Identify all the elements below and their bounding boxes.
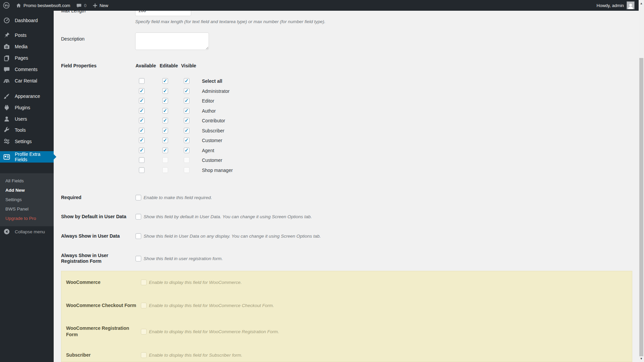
submenu-item-bws-panel[interactable]: BWS Panel [0,204,54,214]
checkbox-customer-editable[interactable] [162,137,168,143]
tools-icon [3,127,10,133]
checkbox-subscriber-available[interactable] [139,128,145,133]
comments-menu[interactable]: 0 [73,0,89,11]
sidebar-item-car-rental[interactable]: Car Rental [0,75,54,86]
role-label-author: Author [202,108,216,114]
checkbox-agent-available[interactable] [139,147,145,153]
sidebar-item-posts[interactable]: Posts [0,29,54,41]
checkbox-contributor-visible[interactable] [184,118,190,123]
avatar [627,1,635,9]
woocommerce-row-woocommerce-checkout-form: WooCommerce Checkout FormEnable to displ… [61,297,565,314]
sidebar-item-tools[interactable]: Tools [0,124,54,136]
checkbox-author-available[interactable] [139,108,145,114]
checkbox-customer-available[interactable] [139,157,145,163]
sidebar-item-plugins[interactable]: Plugins [0,102,54,113]
checkbox-editor-available[interactable] [139,98,145,104]
checkbox-administrator-editable[interactable] [162,88,168,94]
role-label-shop-manager: Shop manager [202,168,233,173]
posts-icon [3,32,10,39]
checkbox-shop-manager-available[interactable] [139,167,145,173]
checkbox-required[interactable] [136,195,141,200]
sidebar-item-dashboard[interactable]: Dashboard [0,15,54,26]
checkbox-always-show-in-user-data[interactable] [136,233,141,239]
sidebar-item-media[interactable]: Media [0,41,54,52]
checkbox-woocommerce-registration-form [141,329,147,335]
woocommerce-row-woocommerce-registration-form: WooCommerce Registration FormEnable to d… [61,323,565,340]
collapse-menu-button[interactable]: Collapse menu [0,226,54,237]
role-label-customer: Customer [202,138,222,143]
role-label-customer: Customer [202,158,222,163]
role-label-select-all: Select all [202,78,222,84]
checkbox-woocommerce-checkout-form [141,303,147,308]
checkbox-select-all-visible[interactable] [184,78,190,84]
checkbox-agent-editable[interactable] [162,147,168,153]
checkbox-always-show-in-user-registration-form[interactable] [136,256,141,261]
checkbox-customer-visible [184,157,190,163]
admin-bar: Promo bestwebsoft.com 0 New Howdy, admin [0,0,639,11]
checkbox-customer-visible[interactable] [184,137,190,143]
toggle-row-show-by-default-in-user-data: Show by Default in User DataShow this fi… [61,208,564,225]
woocommerce-section: WooCommerceEnable to display this field … [61,271,632,362]
column-header-editable: Editable [160,63,178,68]
sidebar-item-settings[interactable]: Settings [0,136,54,147]
checkbox-agent-visible[interactable] [184,147,190,153]
profile-extra-fields-icon [3,154,10,160]
checkbox-administrator-visible[interactable] [184,88,190,94]
role-label-editor: Editor [202,98,214,104]
checkbox-subscriber-visible[interactable] [184,128,190,133]
wordpress-logo-icon[interactable] [0,0,13,11]
toggle-row-always-show-in-user-registration-form: Always Show in User Registration FormSho… [61,250,564,267]
sidebar-item-pages[interactable]: Pages [0,52,54,64]
checkbox-contributor-available[interactable] [139,118,145,123]
new-menu[interactable]: New [90,0,111,11]
checkbox-subscriber [141,352,147,358]
description-textarea[interactable] [135,33,209,50]
scrollbar-thumb[interactable] [639,58,643,356]
submenu-item-all-fields[interactable]: All Fields [0,176,54,185]
scroll-up-arrow[interactable]: ▲ [639,1,644,6]
active-menu-arrow [54,154,56,160]
checkbox-select-all-available[interactable] [139,78,145,84]
column-header-visible: Visible [181,63,196,68]
comment-bubble-icon [76,3,82,8]
users-icon [3,116,10,122]
main-content: Max Length Specify field max length (for… [54,0,639,362]
checkbox-author-visible[interactable] [184,108,190,114]
checkbox-customer-editable [162,157,168,163]
checkbox-customer-available[interactable] [139,137,145,143]
sidebar-item-users[interactable]: Users [0,113,54,125]
checkbox-author-editable[interactable] [162,108,168,114]
sidebar-item-comments[interactable]: Comments [0,64,54,75]
role-label-contributor: Contributor [202,118,225,123]
sidebar: DashboardPostsMediaPagesCommentsCar Rent… [0,11,54,362]
sidebar-item-appearance[interactable]: Appearance [0,90,54,102]
settings-icon [3,138,10,145]
checkbox-editor-editable[interactable] [162,98,168,104]
submenu-item-upgrade-to-pro[interactable]: Upgrade to Pro [0,214,54,223]
checkbox-editor-visible[interactable] [184,98,190,104]
checkbox-subscriber-editable[interactable] [162,128,168,133]
howdy-text: Howdy, admin [597,3,624,8]
pages-icon [3,55,10,61]
checkbox-woocommerce [141,280,147,285]
sidebar-item-profile-extra-fields[interactable]: Profile Extra Fields [0,151,54,163]
site-menu[interactable]: Promo bestwebsoft.com [13,0,73,11]
role-label-subscriber: Subscriber [202,128,224,133]
submenu-item-settings[interactable]: Settings [0,195,54,204]
woocommerce-row-subscriber: SubscriberEnable to display this field f… [61,348,565,362]
site-name: Promo bestwebsoft.com [23,3,70,8]
checkbox-select-all-editable[interactable] [162,78,168,84]
account-menu[interactable]: Howdy, admin [597,0,635,11]
submenu-item-add-new[interactable]: Add New [0,185,54,195]
collapse-icon [3,228,10,235]
role-label-agent: Agent [202,148,214,153]
checkbox-shop-manager-editable [162,167,168,173]
media-icon [3,43,10,50]
new-label: New [100,3,108,8]
checkbox-show-by-default-in-user-data[interactable] [136,214,141,220]
column-header-available: Available [136,63,156,68]
scroll-down-arrow[interactable]: ▼ [639,356,644,361]
checkbox-contributor-editable[interactable] [162,118,168,123]
plugins-icon [3,104,10,111]
checkbox-administrator-available[interactable] [139,88,145,94]
